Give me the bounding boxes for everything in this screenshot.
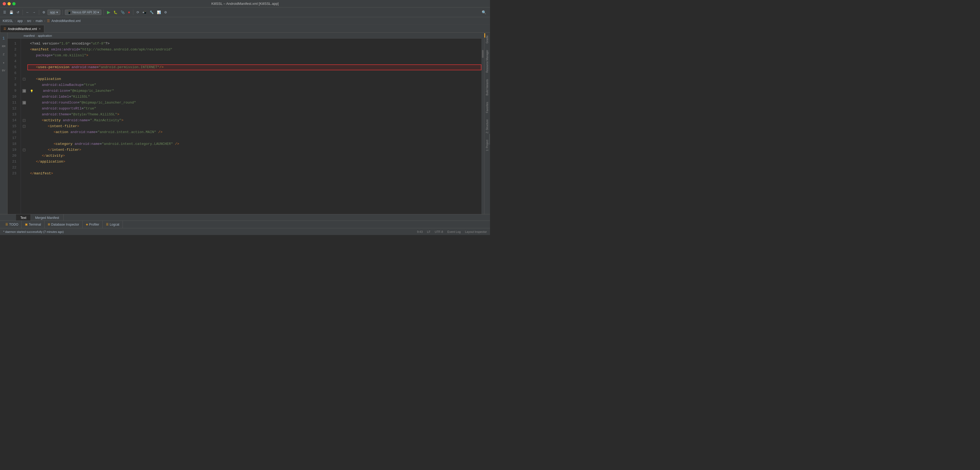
code-line-19[interactable]: </intent-filter> [27, 147, 481, 153]
sidebar-project-icon[interactable]: 1 [1, 35, 7, 41]
code-line-17[interactable] [27, 135, 481, 141]
debug-button[interactable]: 🐛 [112, 10, 119, 15]
icon-mipmap-launcher[interactable]: 🖼 [22, 89, 26, 93]
bottom-tab-database[interactable]: ⊞ Database Inspector [45, 221, 83, 228]
status-position[interactable]: 9:43 [417, 230, 423, 233]
status-encoding[interactable]: LF [427, 230, 430, 233]
rsidebar-resource-manager[interactable]: Resource Manager [485, 49, 489, 73]
fold-application[interactable]: − [21, 76, 27, 82]
code-line-13[interactable]: android:theme="@style/Theme.KillSSL"> [27, 112, 481, 118]
traffic-lights [3, 2, 16, 5]
breadcrumb-app[interactable]: app [18, 19, 23, 23]
toolbar: ☰ 💾 ↺ ← → ⚙ app ▾ 📱 Nexus 6P API 30 ▾ ▶ … [0, 8, 490, 17]
bottom-tab-todo[interactable]: ☰ TODO [2, 221, 22, 228]
breadcrumb-main[interactable]: main [36, 19, 43, 23]
titlebar: KillSSL – AndroidManifest.xml [KillSSL.a… [0, 0, 490, 8]
code-line-5[interactable]: <uses-permission android:name="android.p… [27, 64, 481, 70]
code-line-18[interactable]: <category android:name="android.intent.c… [27, 141, 481, 147]
run-button[interactable]: ▶ [106, 9, 111, 15]
editor-tab-merged-manifest[interactable]: Merged Manifest [31, 214, 64, 221]
status-event-log[interactable]: Event Log [447, 230, 461, 233]
rsidebar-project[interactable]: 1: Project [485, 139, 489, 151]
code-line-6[interactable] [27, 70, 481, 76]
app-dropdown-icon: ▾ [56, 10, 58, 14]
separator-4 [103, 10, 104, 15]
code-line-15[interactable]: <intent-filter> [27, 123, 481, 129]
separator-1 [22, 10, 23, 15]
code-line-10[interactable]: android:label="KillSSL" [27, 94, 481, 100]
code-line-2[interactable]: <manifest xmlns:android="http://schemas.… [27, 47, 481, 53]
code-line-1[interactable]: <?xml version="1.0" encoding="utf-8"?> [27, 41, 481, 47]
code-line-3[interactable]: package="com.nb.killssl"> [27, 53, 481, 59]
toolbar-menu-btn[interactable]: ☰ [2, 10, 7, 15]
sidebar-favorites-icon[interactable]: ★ [1, 59, 7, 65]
bottom-tab-terminal[interactable]: ▣ Terminal [22, 221, 44, 228]
tab-close-icon[interactable]: ✕ [39, 27, 41, 30]
avd-btn[interactable]: 📲 [142, 10, 148, 15]
code-line-20[interactable]: </activity> [27, 153, 481, 159]
bottom-tab-profiler[interactable]: ◈ Profiler [83, 221, 103, 228]
sidebar-build-icon[interactable]: BV [1, 68, 7, 73]
search-button[interactable]: 🔍 [480, 10, 488, 15]
vertical-scrollbar[interactable] [481, 39, 484, 235]
close-button[interactable] [3, 2, 6, 5]
toolbar-back-btn[interactable]: ← [25, 10, 30, 15]
maximize-button[interactable] [12, 2, 16, 5]
toolbar-sync-btn[interactable]: ↺ [16, 10, 21, 15]
rsidebar-scroll [489, 134, 490, 145]
toolbar-forward-btn[interactable]: → [31, 10, 37, 15]
toolbar-run-config-btn[interactable]: ⚙ [41, 10, 46, 15]
rsidebar-favorites[interactable]: Favorites [485, 101, 489, 113]
sync-project-btn[interactable]: ⟳ [135, 10, 140, 15]
code-bc-application[interactable]: application [38, 34, 52, 37]
scrollbar-thumb[interactable] [482, 50, 484, 58]
code-line-16[interactable]: <action android:name="android.intent.act… [27, 129, 481, 135]
icon-mipmap-launcher-round[interactable]: 🖼 [22, 101, 26, 105]
code-line-23[interactable]: </manifest> [27, 170, 481, 177]
right-sidebar: Gradle Resource Manager Build Variants F… [484, 33, 490, 235]
tab-label: AndroidManifest.xml [8, 27, 37, 31]
toolbar-save-btn[interactable]: 💾 [8, 10, 14, 15]
rsidebar-gradle[interactable]: Gradle [485, 35, 489, 44]
sidebar-resource-icon[interactable]: RM [1, 43, 7, 49]
settings-btn[interactable]: ⚙ [163, 10, 168, 15]
code-line-12[interactable]: android:supportsRtl="true" [27, 106, 481, 112]
code-line-7[interactable]: <application [27, 76, 481, 82]
minimize-button[interactable] [8, 2, 11, 5]
tab-androidmanifest[interactable]: ☰ AndroidManifest.xml ✕ [0, 25, 44, 32]
profiler-btn[interactable]: 📊 [156, 10, 162, 15]
app-selector[interactable]: app ▾ [48, 10, 60, 15]
app-label: app [50, 10, 55, 14]
fold-intent-filter[interactable]: − [21, 123, 27, 129]
attach-btn[interactable]: 📎 [119, 10, 126, 15]
gutter: − 🖼 🖼 − − − [21, 39, 27, 235]
code-line-14[interactable]: <activity android:name=".MainActivity"> [27, 118, 481, 123]
status-charset[interactable]: UTF-8 [435, 230, 443, 233]
breadcrumb-killssl[interactable]: KillSSL [3, 19, 13, 23]
rsidebar-structure[interactable]: Z: Structure [485, 119, 489, 134]
breadcrumb-src[interactable]: src [27, 19, 31, 23]
sdk-btn[interactable]: 🔧 [149, 10, 155, 15]
bottom-tab-logcat[interactable]: ☰ Logcat [103, 221, 123, 228]
code-bc-manifest[interactable]: manifest [24, 34, 35, 37]
editor-tab-text[interactable]: Text [16, 214, 31, 221]
fold-intent-filter-close[interactable]: − [21, 147, 27, 153]
sidebar-structure-icon[interactable]: Z [1, 51, 7, 57]
code-line-4[interactable] [27, 59, 481, 64]
code-line-21[interactable]: </application> [27, 159, 481, 165]
fold-activity[interactable]: − [21, 118, 27, 123]
code-line-8[interactable]: android:allowBackup="true" [27, 82, 481, 88]
rsidebar-build-variants[interactable]: Build Variants [485, 79, 489, 96]
status-layout-inspector[interactable]: Layout Inspector [465, 230, 487, 233]
tab-file-icon: ☰ [3, 27, 6, 30]
code-content: <?xml version="1.0" encoding="utf-8"?> <… [27, 39, 481, 235]
device-selector[interactable]: 📱 Nexus 6P API 30 ▾ [65, 10, 101, 15]
code-line-22[interactable] [27, 165, 481, 170]
breadcrumb-file[interactable]: AndroidManifest.xml [51, 19, 81, 23]
separator-2 [39, 10, 39, 15]
code-line-11[interactable]: android:roundIcon="@mipmap/ic_launcher_r… [27, 100, 481, 106]
breadcrumb: KillSSL › app › src › main › ☰ AndroidMa… [0, 17, 490, 25]
code-line-9[interactable]: 💡android:icon="@mipmap/ic_launcher" [27, 88, 481, 94]
device-icon: 📱 [67, 10, 72, 14]
stop-btn[interactable]: ■ [127, 10, 131, 15]
